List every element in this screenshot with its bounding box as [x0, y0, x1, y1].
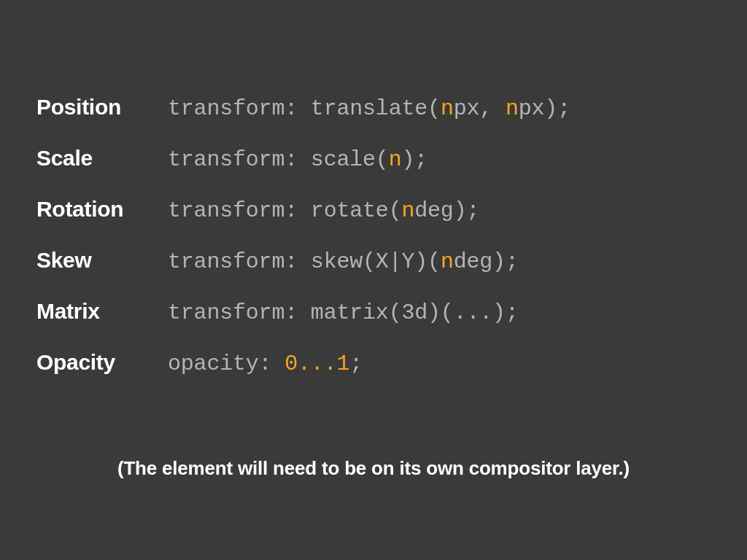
property-code: transform: scale(n);: [168, 147, 427, 172]
code-text: transform: translate(: [168, 96, 441, 121]
property-row: Positiontransform: translate(npx, npx);: [36, 95, 711, 121]
property-code: transform: skew(X|Y)(ndeg);: [168, 249, 519, 274]
code-text: );: [401, 147, 427, 172]
code-text: transform: skew(X|Y)(: [168, 249, 441, 274]
property-label: Rotation: [36, 197, 168, 222]
property-row: Scaletransform: scale(n);: [36, 146, 711, 172]
property-row: Matrixtransform: matrix(3d)(...);: [36, 299, 711, 325]
property-row: Opacityopacity: 0...1;: [36, 350, 711, 376]
footnote: (The element will need to be on its own …: [0, 457, 747, 480]
property-rows: Positiontransform: translate(npx, npx);S…: [36, 95, 711, 376]
code-text: deg);: [414, 198, 479, 223]
code-text: opacity:: [168, 351, 285, 376]
property-label: Opacity: [36, 350, 168, 375]
code-placeholder: n: [389, 147, 402, 172]
code-placeholder: n: [401, 198, 414, 223]
property-code: transform: rotate(ndeg);: [168, 198, 479, 223]
code-text: ;: [349, 351, 363, 376]
code-placeholder: n: [441, 96, 454, 121]
code-text: transform: scale(: [168, 147, 389, 172]
code-text: px,: [454, 96, 506, 121]
slide: Positiontransform: translate(npx, npx);S…: [0, 0, 747, 560]
property-label: Skew: [36, 248, 168, 273]
property-row: Rotationtransform: rotate(ndeg);: [36, 197, 711, 223]
code-text: transform: rotate(: [168, 198, 401, 223]
code-placeholder: n: [441, 249, 454, 274]
property-code: transform: translate(npx, npx);: [168, 96, 570, 121]
code-text: transform: matrix(3d)(...);: [168, 300, 519, 325]
code-text: deg);: [454, 249, 519, 274]
property-label: Matrix: [36, 299, 168, 324]
property-row: Skewtransform: skew(X|Y)(ndeg);: [36, 248, 711, 274]
property-code: transform: matrix(3d)(...);: [168, 300, 519, 325]
code-text: px);: [519, 96, 570, 121]
code-placeholder: n: [506, 96, 519, 121]
property-label: Scale: [36, 146, 168, 171]
property-label: Position: [36, 95, 168, 120]
code-placeholder: 0...1: [285, 351, 349, 376]
property-code: opacity: 0...1;: [168, 351, 363, 376]
